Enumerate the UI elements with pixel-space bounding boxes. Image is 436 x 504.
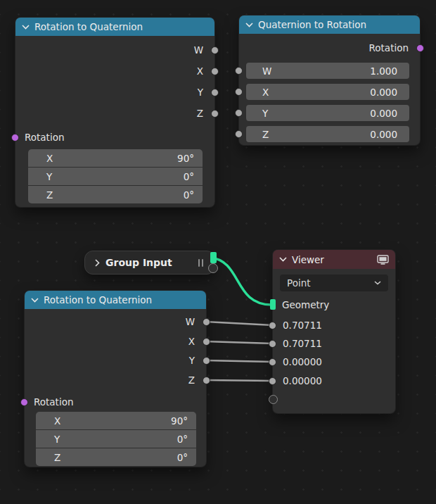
field-label: Z bbox=[36, 452, 60, 463]
value-field-y[interactable]: Y 0.000 bbox=[246, 105, 409, 121]
field-label: Z bbox=[28, 189, 53, 201]
input-socket-rotation[interactable] bbox=[11, 134, 19, 141]
field-label: Z bbox=[246, 129, 269, 140]
input-socket-w[interactable] bbox=[235, 67, 243, 75]
output-label-x: X bbox=[188, 336, 195, 347]
input-socket-value-z[interactable] bbox=[269, 377, 276, 385]
link-w-to-viewer bbox=[205, 322, 273, 325]
rotation-vector-fields: X 90° Y 0° Z 0° bbox=[28, 149, 203, 203]
field-value: 0° bbox=[184, 189, 203, 201]
value-field-x[interactable]: X 90° bbox=[36, 412, 196, 430]
field-label: Y bbox=[246, 108, 268, 119]
output-socket-x[interactable] bbox=[203, 338, 210, 346]
input-socket-geometry[interactable] bbox=[270, 299, 276, 310]
node-rotation-to-quaternion-bottom[interactable]: Rotation to Quaternion W X Y Z Rotation … bbox=[25, 291, 206, 467]
link-y-to-viewer bbox=[205, 360, 273, 362]
collapse-chevron-icon[interactable] bbox=[279, 257, 287, 262]
field-label: Y bbox=[28, 171, 52, 182]
output-socket-x[interactable] bbox=[211, 68, 219, 75]
value-field-z[interactable]: Z 0.000 bbox=[246, 126, 409, 142]
viewer-value-y: 0.00000 bbox=[283, 356, 322, 367]
value-field-x[interactable]: X 90° bbox=[28, 149, 203, 168]
dropdown-value: Point bbox=[287, 277, 311, 289]
field-value: 0.000 bbox=[370, 87, 409, 98]
node-header[interactable]: Rotation to Quaternion bbox=[25, 291, 206, 309]
field-value: 0.000 bbox=[370, 129, 409, 140]
value-field-z[interactable]: Z 0° bbox=[36, 448, 196, 466]
node-title: Quaternion to Rotation bbox=[258, 19, 366, 30]
output-label-w: W bbox=[186, 316, 195, 327]
node-group-input[interactable]: Group Input bbox=[84, 251, 215, 275]
viewer-value-w: 0.70711 bbox=[283, 320, 322, 331]
input-socket-value-w[interactable] bbox=[269, 322, 276, 329]
field-value: 90° bbox=[171, 415, 196, 427]
node-header[interactable]: Rotation to Quaternion bbox=[15, 18, 214, 36]
field-label: X bbox=[28, 153, 53, 164]
output-socket-rotation[interactable] bbox=[416, 44, 424, 52]
value-field-y[interactable]: Y 0° bbox=[36, 430, 196, 448]
output-socket-y[interactable] bbox=[211, 89, 219, 96]
rotation-vector-fields: X 90° Y 0° Z 0° bbox=[36, 412, 196, 466]
link-group-input-to-viewer bbox=[210, 258, 271, 305]
output-socket-z[interactable] bbox=[203, 377, 210, 384]
node-title: Rotation to Quaternion bbox=[44, 294, 152, 305]
field-value: 0.000 bbox=[370, 108, 409, 119]
grip-icon[interactable] bbox=[198, 259, 203, 267]
collapse-chevron-icon[interactable] bbox=[22, 25, 30, 30]
output-label-y: Y bbox=[198, 87, 203, 98]
field-value: 0° bbox=[177, 434, 196, 445]
node-viewer[interactable]: Viewer Point Geometry 0.70711 0.70711 0.… bbox=[273, 250, 395, 413]
input-socket-value-x[interactable] bbox=[269, 340, 276, 348]
node-header[interactable]: Quaternion to Rotation bbox=[239, 15, 420, 34]
value-field-w[interactable]: W 1.000 bbox=[246, 63, 409, 79]
input-label-rotation: Rotation bbox=[34, 396, 73, 408]
input-socket-z[interactable] bbox=[235, 130, 243, 138]
field-label: X bbox=[246, 87, 269, 98]
output-socket-extend[interactable] bbox=[208, 263, 218, 273]
field-label: Y bbox=[36, 434, 60, 445]
expand-chevron-icon[interactable] bbox=[95, 259, 100, 267]
field-value: 90° bbox=[177, 153, 203, 164]
input-socket-x[interactable] bbox=[235, 88, 243, 96]
output-socket-z[interactable] bbox=[211, 110, 219, 118]
node-quaternion-to-rotation[interactable]: Quaternion to Rotation Rotation W 1.000 … bbox=[239, 15, 420, 145]
output-socket-y[interactable] bbox=[203, 357, 210, 365]
data-type-dropdown[interactable]: Point bbox=[280, 275, 388, 291]
value-field-y[interactable]: Y 0° bbox=[28, 168, 203, 186]
collapse-chevron-icon[interactable] bbox=[245, 23, 253, 27]
field-value: 0° bbox=[177, 452, 196, 463]
collapse-chevron-icon[interactable] bbox=[31, 298, 39, 303]
viewer-value-z: 0.00000 bbox=[283, 375, 322, 386]
monitor-icon[interactable] bbox=[377, 255, 389, 265]
input-label-rotation: Rotation bbox=[25, 132, 64, 143]
output-socket-w[interactable] bbox=[203, 318, 210, 326]
output-socket-w[interactable] bbox=[211, 46, 219, 54]
input-socket-y[interactable] bbox=[235, 109, 243, 117]
input-socket-value-y[interactable] bbox=[269, 358, 276, 366]
viewer-value-x: 0.70711 bbox=[283, 338, 322, 349]
output-socket-geometry[interactable] bbox=[210, 252, 217, 263]
value-field-x[interactable]: X 0.000 bbox=[246, 84, 409, 100]
field-label: W bbox=[246, 65, 271, 77]
link-x-to-viewer bbox=[205, 341, 273, 344]
input-socket-extend[interactable] bbox=[269, 395, 278, 404]
output-label-x: X bbox=[197, 65, 203, 77]
output-label-y: Y bbox=[189, 355, 195, 366]
output-label-z: Z bbox=[197, 108, 203, 119]
chevron-down-icon bbox=[374, 281, 381, 285]
node-title: Viewer bbox=[292, 254, 324, 265]
field-label: X bbox=[36, 415, 60, 427]
output-label-rotation: Rotation bbox=[369, 42, 409, 53]
output-label-z: Z bbox=[188, 374, 195, 386]
input-label-geometry: Geometry bbox=[282, 299, 329, 310]
node-header[interactable]: Viewer bbox=[273, 250, 395, 269]
field-value: 0° bbox=[184, 171, 203, 182]
value-field-z[interactable]: Z 0° bbox=[28, 186, 203, 203]
node-title: Group Input bbox=[105, 257, 172, 268]
output-label-w: W bbox=[194, 44, 203, 56]
node-rotation-to-quaternion-top[interactable]: Rotation to Quaternion W X Y Z Rotation … bbox=[15, 18, 214, 207]
input-socket-rotation[interactable] bbox=[20, 398, 28, 406]
node-title: Rotation to Quaternion bbox=[34, 21, 143, 32]
link-z-to-viewer bbox=[205, 380, 273, 381]
field-value: 1.000 bbox=[370, 65, 409, 77]
